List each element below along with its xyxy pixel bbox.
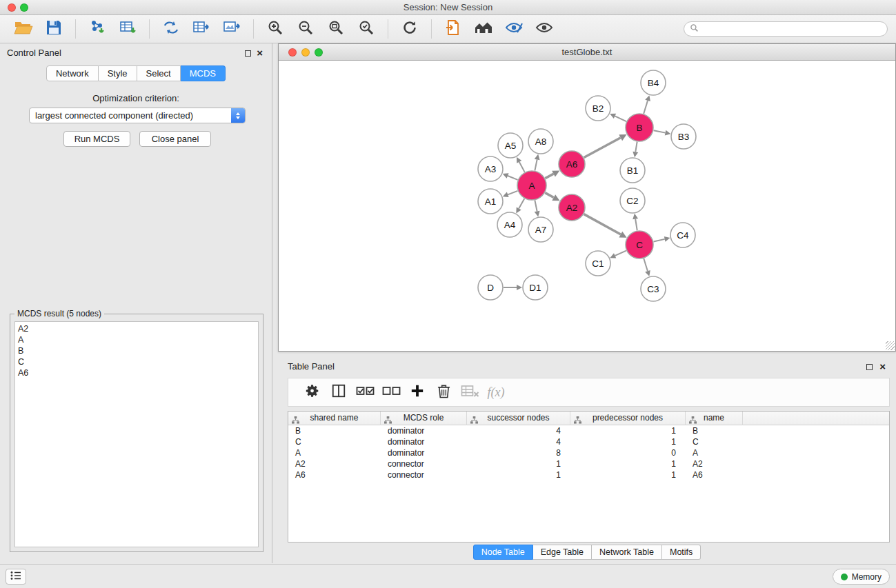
column-header-successor-nodes[interactable]: successor nodes — [467, 412, 570, 425]
graph-edge-A-A2[interactable] — [545, 193, 553, 198]
add-column-button[interactable] — [404, 381, 430, 404]
table-cell[interactable]: dominator — [381, 447, 467, 458]
graph-node-C4[interactable]: C4 — [670, 223, 695, 247]
graph-node-B2[interactable]: B2 — [586, 96, 610, 121]
tab-network[interactable]: Network — [46, 65, 99, 81]
graph-node-A2[interactable]: A2 — [559, 194, 585, 221]
graph-node-A6[interactable]: A6 — [559, 151, 585, 177]
table-cell[interactable]: 1 — [467, 469, 570, 480]
table-cell[interactable]: 1 — [570, 425, 686, 436]
tab-edge-table[interactable]: Edge Table — [533, 545, 592, 560]
table-cell[interactable]: 1 — [570, 436, 686, 447]
table-cell[interactable]: A2 — [288, 458, 381, 469]
deselect-all-button[interactable] — [378, 381, 404, 404]
tab-select[interactable]: Select — [137, 65, 181, 81]
table-cell[interactable]: 1 — [467, 458, 570, 469]
graph-node-C3[interactable]: C3 — [641, 276, 666, 301]
search-input[interactable] — [702, 24, 882, 34]
table-cell[interactable]: 4 — [467, 436, 570, 447]
export-table-button[interactable] — [190, 18, 212, 40]
graph-edge-A-A6[interactable] — [545, 174, 553, 178]
network-minimize-button[interactable] — [301, 48, 310, 57]
table-cell[interactable]: B — [288, 425, 381, 436]
run-mcds-button[interactable]: Run MCDS — [63, 131, 130, 147]
graph-node-A5[interactable]: A5 — [498, 133, 523, 158]
result-item[interactable]: B — [15, 345, 258, 356]
result-item[interactable]: C — [15, 356, 258, 367]
graph-edge-B-B4[interactable] — [644, 101, 648, 114]
graph-edge-C-C4[interactable] — [653, 239, 664, 242]
table-cell[interactable]: 0 — [570, 447, 686, 458]
table-cell[interactable]: dominator — [381, 425, 467, 436]
tab-network-table[interactable]: Network Table — [592, 545, 662, 560]
graph-edge-A-A3[interactable] — [508, 176, 518, 180]
tab-motifs[interactable]: Motifs — [662, 545, 701, 560]
graph-node-A1[interactable]: A1 — [478, 189, 503, 214]
table-cell[interactable]: C — [686, 436, 743, 447]
graph-edge-A-A5[interactable] — [519, 162, 525, 172]
graph-node-A4[interactable]: A4 — [497, 212, 522, 237]
zoom-out-button[interactable] — [295, 18, 317, 40]
table-settings-button[interactable] — [299, 381, 326, 404]
graph-edge-A2-C[interactable] — [584, 214, 621, 234]
table-cell[interactable]: 8 — [467, 447, 570, 458]
graph-edge-A-A4[interactable] — [519, 199, 524, 208]
task-history-button[interactable] — [6, 569, 26, 585]
result-item[interactable]: A6 — [15, 367, 258, 378]
resize-grip[interactable] — [886, 341, 895, 350]
graph-node-C2[interactable]: C2 — [620, 188, 645, 213]
result-item[interactable]: A — [15, 334, 258, 345]
export-image-button[interactable] — [221, 18, 243, 40]
function-builder-button[interactable]: f(x) — [483, 381, 509, 404]
apply-layout-button[interactable] — [399, 18, 421, 40]
network-close-button[interactable] — [288, 48, 297, 57]
graph-node-A[interactable]: A — [517, 171, 546, 200]
graph-edge-B-B1[interactable] — [635, 142, 637, 152]
network-zoom-button[interactable] — [315, 48, 323, 57]
table-cell[interactable]: A — [686, 447, 743, 458]
toolbar-search[interactable] — [684, 21, 888, 37]
table-row[interactable]: Adominator80A — [288, 447, 889, 458]
table-cell[interactable]: A6 — [686, 469, 743, 480]
table-row[interactable]: A2connector11A2 — [288, 458, 889, 469]
graph-edge-C-C3[interactable] — [644, 258, 648, 271]
graph-node-B1[interactable]: B1 — [620, 158, 645, 183]
show-hide-button[interactable] — [533, 18, 555, 40]
graph-node-D[interactable]: D — [478, 275, 503, 300]
graph-node-B4[interactable]: B4 — [641, 70, 666, 95]
table-cell[interactable]: connector — [381, 469, 467, 480]
export-network-button[interactable] — [160, 18, 182, 40]
zoom-selected-button[interactable] — [355, 18, 377, 40]
zoom-fit-button[interactable] — [325, 18, 347, 40]
zoom-window-button[interactable] — [20, 3, 28, 12]
graph-node-B3[interactable]: B3 — [671, 124, 696, 149]
graph-edge-C-C1[interactable] — [615, 251, 626, 256]
graph-edge-A-A1[interactable] — [508, 191, 517, 194]
network-window-titlebar[interactable]: testGlobe.txt — [279, 44, 895, 61]
column-header-shared-name[interactable]: shared name — [288, 412, 381, 425]
ndex-button[interactable] — [472, 18, 495, 40]
import-network-button[interactable] — [86, 18, 108, 40]
graph-node-A3[interactable]: A3 — [478, 156, 503, 181]
graph-edge-A-A8[interactable] — [535, 159, 537, 170]
column-header-MCDS-role[interactable]: MCDS role — [381, 412, 467, 425]
import-table-button[interactable] — [117, 18, 139, 40]
column-header-predecessor-nodes[interactable]: predecessor nodes — [570, 412, 686, 425]
table-cell[interactable]: C — [288, 436, 381, 447]
graph-edge-A-A7[interactable] — [535, 201, 537, 212]
close-panel-icon[interactable]: × — [879, 361, 886, 373]
graph-edge-B-B2[interactable] — [615, 116, 626, 121]
graph-edge-C-C2[interactable] — [635, 219, 637, 231]
delete-column-button[interactable] — [430, 381, 457, 404]
graph-node-C1[interactable]: C1 — [586, 251, 610, 276]
table-cell[interactable]: 1 — [570, 469, 686, 480]
memory-button[interactable]: Memory — [833, 569, 890, 585]
table-cell[interactable]: A6 — [288, 469, 381, 480]
graph-node-C[interactable]: C — [626, 231, 653, 258]
close-window-button[interactable] — [8, 3, 16, 12]
table-cell[interactable]: connector — [381, 458, 467, 469]
select-all-button[interactable] — [352, 381, 378, 404]
close-panel-button[interactable]: Close panel — [139, 131, 211, 147]
column-header-name[interactable]: name — [686, 412, 743, 425]
zoom-in-button[interactable] — [264, 18, 286, 40]
